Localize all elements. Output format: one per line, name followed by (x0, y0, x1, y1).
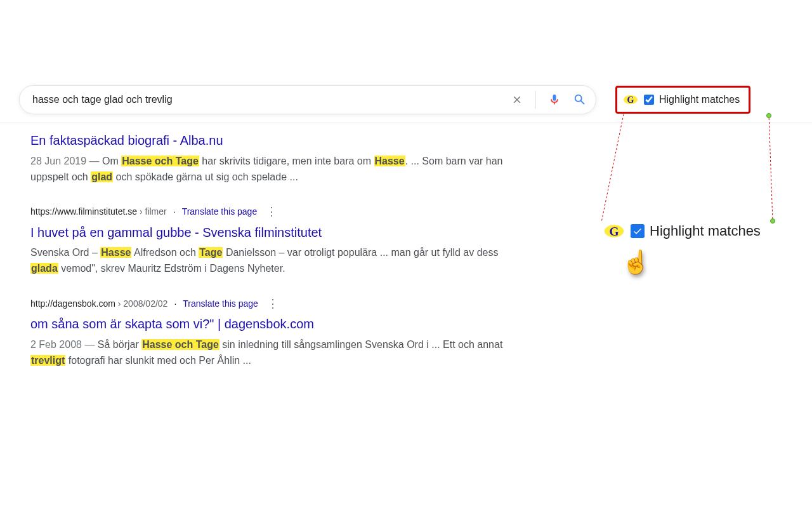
translate-link[interactable]: Translate this page (182, 204, 258, 218)
highlight-checkbox-zoom (631, 224, 645, 238)
extension-g-icon: G (622, 93, 639, 106)
highlight-label-zoom: Highlight matches (650, 223, 761, 239)
search-results: En faktaspäckad biografi - Alba.nu 28 Ju… (0, 123, 520, 368)
svg-text:G: G (627, 95, 634, 105)
result-title[interactable]: om såna som är skapta som vi?" | dagensb… (30, 314, 520, 335)
highlight: Tage (199, 247, 223, 258)
divider (535, 91, 536, 109)
result-url: https://www.filminstitutet.se › filmer ·… (30, 203, 520, 220)
svg-line-4 (601, 114, 624, 222)
result-menu-icon[interactable]: ⋮ (263, 203, 280, 220)
search-result: http://dagensbok.com › 2008/02/02 · Tran… (30, 295, 520, 369)
result-title[interactable]: I huvet på en gammal gubbe - Svenska fil… (30, 223, 520, 243)
pointer-icon: ☝️ (622, 249, 650, 276)
highlight: glad (91, 171, 113, 182)
search-input[interactable] (32, 94, 504, 105)
search-result: En faktaspäckad biografi - Alba.nu 28 Ju… (30, 131, 520, 185)
clear-icon[interactable] (510, 93, 524, 107)
highlight-checkbox[interactable] (644, 95, 654, 105)
result-title[interactable]: En faktaspäckad biografi - Alba.nu (30, 131, 520, 151)
resize-handle (770, 218, 775, 224)
search-icon[interactable] (573, 93, 587, 107)
highlight-label: Highlight matches (659, 94, 740, 105)
search-icons (510, 91, 587, 109)
result-menu-icon[interactable]: ⋮ (265, 295, 281, 312)
result-date: 2 Feb 2008 (30, 339, 82, 350)
translate-link[interactable]: Translate this page (183, 297, 258, 311)
search-bar (19, 85, 596, 114)
svg-line-5 (769, 114, 773, 221)
result-date: 28 Jun 2019 (30, 156, 86, 166)
result-snippet: 2 Feb 2008 — Så börjar Hasse och Tage si… (30, 337, 520, 369)
extension-box: G Highlight matches (615, 86, 750, 114)
result-snippet: 28 Jun 2019 — Om Hasse och Tage har skri… (30, 153, 520, 185)
highlight: Hasse och Tage (141, 339, 219, 350)
highlight: Hasse (374, 156, 405, 166)
result-url: http://dagensbok.com › 2008/02/02 · Tran… (30, 295, 520, 312)
highlight: Hasse (100, 247, 131, 258)
resize-handle (766, 113, 771, 118)
highlight: trevligt (30, 355, 65, 366)
callout-zoom: G Highlight matches (603, 222, 761, 240)
search-result: https://www.filminstitutet.se › filmer ·… (30, 203, 520, 277)
svg-text:G: G (609, 225, 619, 238)
highlight: glada (30, 263, 58, 274)
extension-g-icon: G (603, 222, 625, 240)
mic-icon[interactable] (547, 93, 561, 107)
search-row: G Highlight matches (0, 76, 812, 123)
result-snippet: Svenska Ord – Hasse Alfredson och Tage D… (30, 244, 520, 277)
highlight: Hasse och Tage (121, 156, 199, 166)
